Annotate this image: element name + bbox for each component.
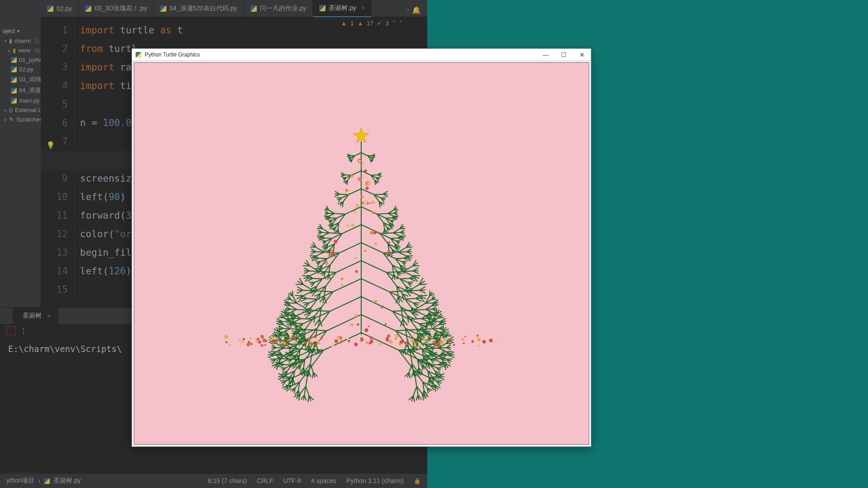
- close-button[interactable]: ✕: [573, 49, 591, 61]
- svg-point-92: [246, 343, 250, 347]
- svg-point-37: [334, 240, 337, 244]
- svg-point-164: [453, 344, 455, 346]
- svg-point-95: [441, 338, 444, 342]
- svg-point-153: [431, 334, 434, 337]
- svg-point-34: [387, 251, 390, 254]
- svg-point-30: [341, 277, 344, 280]
- svg-point-47: [364, 169, 367, 172]
- svg-point-117: [429, 340, 433, 343]
- svg-point-122: [359, 340, 360, 342]
- svg-point-39: [385, 323, 387, 325]
- svg-point-155: [267, 337, 269, 339]
- svg-point-42: [328, 254, 330, 257]
- svg-point-116: [448, 338, 450, 341]
- svg-point-139: [448, 343, 450, 345]
- svg-point-101: [250, 337, 252, 339]
- turtle-titlebar[interactable]: Python Turtle Graphics — ☐ ✕: [132, 49, 591, 61]
- svg-point-102: [463, 343, 465, 344]
- svg-point-109: [313, 338, 316, 341]
- svg-point-130: [404, 342, 407, 345]
- svg-point-141: [472, 340, 474, 343]
- svg-point-120: [265, 340, 267, 342]
- svg-point-127: [370, 336, 373, 339]
- svg-point-134: [240, 340, 242, 343]
- svg-point-159: [304, 341, 307, 344]
- svg-point-40: [379, 343, 382, 346]
- svg-point-124: [386, 337, 388, 340]
- svg-point-162: [271, 338, 274, 340]
- svg-point-97: [347, 338, 349, 340]
- svg-point-3: [372, 211, 375, 214]
- svg-point-15: [325, 297, 327, 299]
- svg-point-23: [372, 201, 374, 203]
- svg-point-148: [400, 340, 403, 344]
- svg-point-72: [497, 340, 500, 343]
- svg-point-158: [339, 342, 341, 344]
- svg-point-52: [395, 335, 398, 338]
- svg-point-160: [438, 342, 440, 345]
- turtle-canvas: [134, 62, 589, 445]
- svg-point-20: [354, 343, 358, 346]
- svg-point-113: [478, 345, 480, 347]
- svg-point-29: [375, 243, 377, 245]
- svg-point-151: [425, 336, 428, 340]
- svg-point-1: [364, 250, 366, 252]
- svg-point-27: [345, 189, 348, 192]
- svg-point-83: [427, 339, 429, 342]
- window-title: Python Turtle Graphics: [145, 52, 200, 58]
- python-app-icon: [136, 52, 142, 58]
- svg-point-61: [477, 338, 481, 342]
- svg-point-70: [307, 338, 311, 341]
- turtle-window: Python Turtle Graphics — ☐ ✕: [132, 48, 591, 447]
- svg-point-6: [388, 241, 390, 244]
- svg-point-99: [292, 335, 295, 339]
- svg-point-161: [340, 339, 342, 341]
- svg-point-46: [356, 205, 359, 207]
- svg-point-78: [370, 340, 373, 343]
- svg-point-138: [250, 343, 253, 345]
- svg-point-106: [360, 335, 363, 338]
- svg-point-33: [354, 257, 357, 259]
- svg-point-108: [407, 340, 409, 342]
- svg-point-89: [348, 340, 350, 342]
- svg-point-129: [440, 342, 443, 346]
- svg-point-82: [366, 341, 369, 344]
- svg-point-85: [462, 338, 464, 341]
- svg-point-165: [229, 343, 231, 345]
- svg-point-38: [373, 231, 377, 235]
- svg-point-115: [281, 337, 284, 340]
- svg-point-128: [258, 341, 261, 344]
- svg-point-26: [346, 225, 349, 227]
- svg-point-126: [362, 339, 364, 341]
- svg-point-71: [464, 336, 466, 338]
- minimize-button[interactable]: —: [537, 49, 555, 61]
- svg-point-50: [354, 211, 356, 213]
- maximize-button[interactable]: ☐: [555, 49, 573, 61]
- svg-point-144: [224, 335, 228, 338]
- svg-point-69: [226, 341, 227, 343]
- svg-point-150: [433, 342, 436, 345]
- svg-marker-0: [354, 128, 369, 142]
- svg-point-149: [275, 341, 278, 343]
- svg-point-111: [272, 342, 274, 344]
- svg-point-145: [335, 339, 338, 343]
- svg-point-81: [337, 336, 340, 339]
- svg-point-104: [230, 338, 233, 341]
- svg-point-135: [476, 335, 479, 337]
- svg-point-147: [243, 340, 245, 343]
- svg-point-54: [351, 224, 354, 226]
- svg-point-86: [285, 343, 288, 346]
- svg-point-114: [310, 342, 313, 346]
- svg-point-43: [369, 202, 372, 204]
- svg-point-140: [394, 338, 396, 340]
- svg-point-146: [264, 344, 266, 346]
- svg-point-152: [489, 339, 493, 343]
- svg-point-44: [378, 232, 381, 235]
- svg-point-35: [350, 324, 353, 326]
- svg-point-16: [410, 338, 414, 342]
- svg-point-45: [368, 325, 370, 328]
- svg-point-131: [421, 339, 425, 343]
- svg-point-154: [317, 341, 321, 344]
- svg-point-58: [331, 343, 334, 347]
- svg-point-93: [287, 339, 290, 342]
